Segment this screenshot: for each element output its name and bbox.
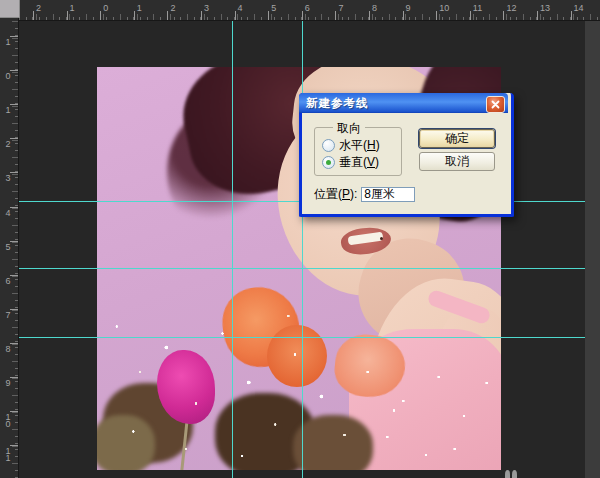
close-button[interactable] [486, 96, 505, 113]
ruler-tick: 11 [470, 11, 471, 20]
ruler-top[interactable]: 2101234567891011121314 [0, 0, 600, 21]
ruler-tick: 3 [10, 172, 18, 173]
ruler-tick: 1 [10, 104, 18, 105]
ruler-tick: 5 [268, 11, 269, 20]
ruler-tick: 0 [10, 70, 18, 71]
vertical-guide[interactable] [302, 21, 303, 478]
ruler-tick: 10 [436, 11, 437, 20]
ruler-tick: 1 [134, 11, 135, 20]
ruler-tick: 2 [167, 11, 168, 20]
photo-babys-breath [97, 295, 427, 470]
ruler-tick: 5 [10, 241, 18, 242]
ruler-tick: 4 [235, 11, 236, 20]
ruler-tick: 3 [201, 11, 202, 20]
ruler-tick: 8 [369, 11, 370, 20]
position-row: 位置(P): [314, 186, 415, 203]
photo-beauty-mark [380, 237, 383, 240]
photoshop-workspace: 2101234567891011121314 101234567891011 [0, 0, 600, 478]
ruler-tick: 7 [335, 11, 336, 20]
radio-dot-indicator [326, 160, 331, 165]
vertical-guide[interactable] [232, 21, 233, 478]
radio-vertical-label: 垂直(V) [339, 154, 379, 171]
dialog-title: 新建参考线 [306, 96, 369, 111]
ruler-tick: 1 [10, 36, 18, 37]
ruler-origin-corner[interactable] [0, 0, 20, 18]
ruler-tick: 9 [10, 377, 18, 378]
ruler-tick: 1 [67, 11, 68, 20]
close-icon [491, 100, 500, 109]
ellipsis-icon [505, 470, 517, 478]
dialog-body: 取向 水平(H) 垂直(V) 位置(P): 确定 [302, 113, 511, 214]
ruler-tick: 12 [503, 11, 504, 20]
ruler-tick: 4 [10, 207, 18, 208]
horizontal-guide[interactable] [19, 268, 585, 269]
ok-button[interactable]: 确定 [419, 129, 495, 148]
ruler-tick: 6 [10, 275, 18, 276]
cancel-button[interactable]: 取消 [419, 152, 495, 171]
ruler-tick: 6 [302, 11, 303, 20]
ruler-tick: 2 [33, 11, 34, 20]
ruler-left[interactable]: 101234567891011 [0, 0, 19, 478]
ruler-tick: 14 [571, 11, 572, 20]
ruler-tick: 7 [10, 309, 18, 310]
position-input[interactable] [361, 187, 415, 202]
position-label: 位置(P): [314, 186, 357, 203]
radio-circle-icon [322, 139, 335, 152]
ruler-tick: 13 [537, 11, 538, 20]
horizontal-guide[interactable] [19, 337, 585, 338]
dialog-titlebar[interactable]: 新建参考线 [299, 93, 508, 113]
ruler-tick: 0 [100, 11, 101, 20]
ruler-tick: 8 [10, 343, 18, 344]
ruler-tick: 10 [10, 411, 18, 412]
new-guide-dialog: 新建参考线 取向 水平(H) [299, 93, 514, 217]
radio-circle-icon [322, 156, 335, 169]
ruler-tick: 11 [10, 445, 18, 446]
radio-horizontal-label: 水平(H) [339, 137, 380, 154]
ruler-tick: 9 [403, 11, 404, 20]
orientation-legend: 取向 [333, 120, 365, 137]
radio-vertical[interactable]: 垂直(V) [322, 154, 379, 171]
panel-edge [585, 21, 600, 478]
orientation-group: 取向 水平(H) 垂直(V) [314, 127, 402, 176]
ruler-tick: 2 [10, 138, 18, 139]
radio-horizontal[interactable]: 水平(H) [322, 137, 380, 154]
